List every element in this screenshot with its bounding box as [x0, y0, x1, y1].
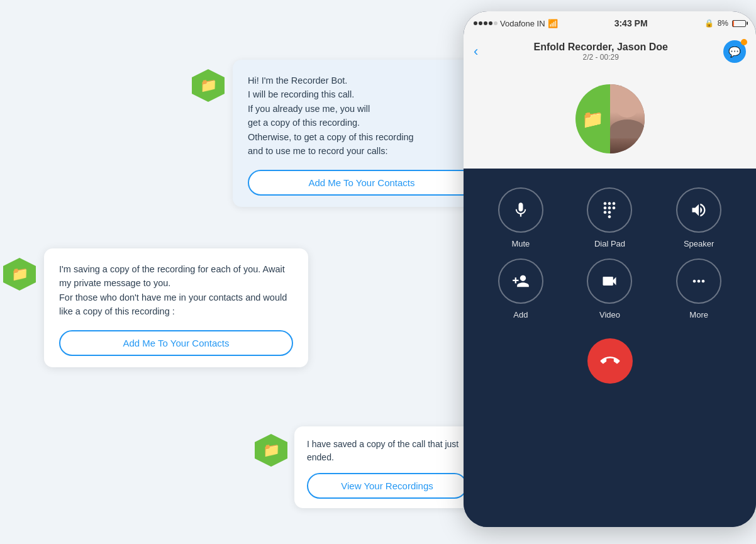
end-call-button[interactable]	[578, 329, 642, 393]
bot-icon-3: 📁	[263, 442, 280, 458]
signal-dots	[474, 21, 498, 25]
controls-row-1: Mute Dial Pad Sp	[476, 187, 743, 248]
bubble-1-message: Hi! I'm the Recorder Bot. I will be reco…	[248, 74, 475, 158]
face-body	[610, 119, 645, 138]
dialpad-control[interactable]: Dial Pad	[587, 187, 632, 248]
bot-folder-icon: 📁	[582, 109, 604, 130]
video-label: Video	[599, 310, 620, 319]
call-info: Enfold Recorder, Jason Doe 2/2 - 00:29	[533, 42, 667, 62]
battery-percent: 8%	[718, 19, 728, 28]
dialpad-icon	[601, 201, 618, 219]
carrier-label: Vodafone IN	[500, 19, 545, 28]
add-label: Add	[513, 310, 528, 319]
face-head	[615, 94, 639, 118]
battery-fill	[733, 21, 734, 26]
more-button[interactable]	[676, 258, 721, 304]
speaker-control[interactable]: Speaker	[676, 187, 721, 248]
speaker-label: Speaker	[684, 239, 714, 248]
person-avatar-right	[610, 84, 645, 153]
video-button[interactable]	[587, 258, 632, 304]
add-contacts-button-1[interactable]: Add Me To Your Contacts	[248, 170, 475, 196]
mute-label: Mute	[511, 239, 530, 248]
more-label: More	[689, 310, 708, 319]
signal-dot-1	[474, 21, 477, 25]
call-controls: Mute Dial Pad Sp	[464, 169, 756, 527]
bot-icon-1: 📁	[200, 77, 217, 94]
bubble-2-message: I'm saving a copy of the recording for e…	[59, 262, 293, 319]
more-icon	[690, 272, 708, 290]
time-display: 3:43 PM	[614, 18, 648, 28]
add-button[interactable]	[498, 258, 543, 304]
status-bar: Vodafone IN 📶 3:43 PM 🔒 8%	[464, 11, 756, 35]
bubble-3-message: I have saved a copy of the call that jus…	[307, 438, 467, 464]
status-left: Vodafone IN 📶	[474, 19, 558, 28]
signal-dot-5	[494, 21, 498, 25]
mic-icon	[512, 201, 530, 219]
contact-name: Enfold Recorder, Jason Doe	[533, 42, 667, 53]
lock-icon: 🔒	[704, 19, 714, 28]
speaker-button[interactable]	[676, 187, 721, 233]
more-control[interactable]: More	[676, 258, 721, 319]
bot-avatar-1: 📁	[192, 69, 225, 102]
chat-icon: 💬	[728, 46, 741, 58]
video-control[interactable]: Video	[587, 258, 632, 319]
battery-bar	[732, 20, 746, 27]
bot-icon-2: 📁	[11, 266, 28, 282]
phone-end-icon	[596, 348, 623, 374]
phone-frame: Vodafone IN 📶 3:43 PM 🔒 8% ‹ Enfold Reco…	[464, 11, 756, 527]
dialpad-button[interactable]	[587, 187, 632, 233]
video-icon	[601, 272, 618, 290]
face-simulation	[610, 84, 645, 153]
chat-notification-badge	[741, 39, 747, 45]
controls-row-2: Add Video More	[476, 258, 743, 319]
chat-bubble-1: Hi! I'm the Recorder Bot. I will be reco…	[233, 60, 491, 207]
status-right: 🔒 8%	[704, 19, 746, 28]
add-contacts-button-2[interactable]: Add Me To Your Contacts	[59, 330, 293, 356]
mute-button[interactable]	[498, 187, 543, 233]
back-button[interactable]: ‹	[474, 43, 478, 60]
bot-avatar-2: 📁	[3, 258, 36, 291]
signal-dot-2	[479, 21, 482, 25]
avatar-section: 📁	[464, 72, 756, 169]
signal-dot-4	[489, 21, 492, 25]
add-control[interactable]: Add	[498, 258, 543, 319]
bot-avatar-3: 📁	[255, 434, 287, 467]
speaker-icon	[690, 201, 708, 219]
chat-bubble-2: I'm saving a copy of the recording for e…	[44, 248, 308, 367]
view-recordings-button[interactable]: View Your Recordings	[307, 473, 467, 499]
end-call-section	[476, 338, 743, 384]
bot-avatar-left: 📁	[575, 84, 610, 153]
signal-dot-3	[484, 21, 487, 25]
mute-control[interactable]: Mute	[498, 187, 543, 248]
chat-icon-button[interactable]: 💬	[723, 40, 746, 63]
wifi-icon: 📶	[548, 19, 558, 28]
chat-bubble-3: I have saved a copy of the call that jus…	[294, 426, 480, 508]
call-header: ‹ Enfold Recorder, Jason Doe 2/2 - 00:29…	[464, 35, 756, 72]
call-meta: 2/2 - 00:29	[533, 53, 667, 62]
add-person-icon	[512, 272, 530, 290]
avatar-container: 📁	[575, 84, 645, 153]
dialpad-label: Dial Pad	[594, 239, 625, 248]
chat-area: 📁 Hi! I'm the Recorder Bot. I will be re…	[0, 0, 491, 544]
